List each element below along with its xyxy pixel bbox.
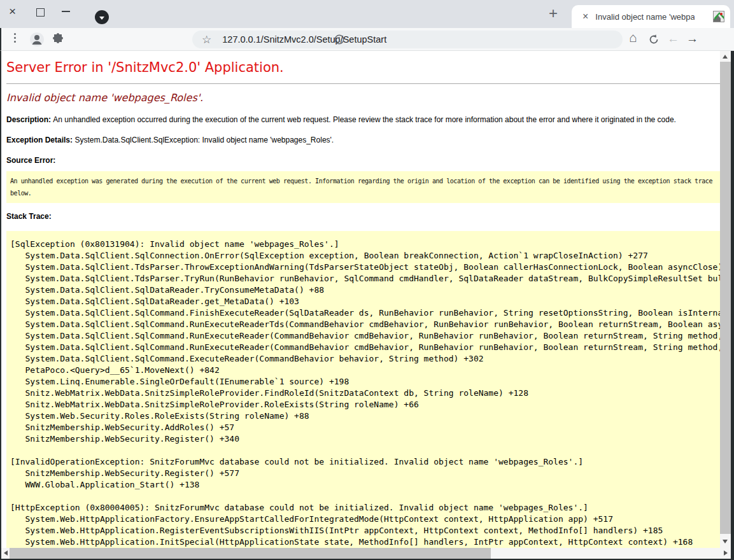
exception-details-line: Exception Details: System.Data.SqlClient…: [6, 136, 720, 144]
new-tab-button[interactable]: +: [549, 4, 558, 22]
divider: [6, 83, 720, 84]
browser-toolbar: ☆ 127.0.0.1/SnitzMvc2.0/Setup/SetupStart…: [0, 28, 734, 51]
window-edge: [731, 51, 734, 559]
source-error-label-line: Source Error:: [6, 156, 720, 165]
window-maximize-icon[interactable]: [36, 8, 45, 17]
scroll-right-arrow-icon[interactable]: [724, 550, 728, 556]
scroll-down-arrow-icon[interactable]: [723, 540, 728, 543]
stack-trace-box: [SqlException (0x80131904): Invalid obje…: [6, 231, 720, 560]
tab-close-icon[interactable]: ×: [582, 11, 588, 22]
error-page: Server Error in '/SnitzMvc2.0' Applicati…: [1, 51, 720, 560]
tab-title-fade: [696, 9, 710, 24]
source-error-label: Source Error:: [6, 156, 55, 165]
home-icon[interactable]: ⌂: [629, 31, 637, 44]
page-info-icon[interactable]: [334, 34, 344, 47]
scroll-up-arrow-icon[interactable]: [723, 55, 728, 59]
tab-title: Invalid object name 'webpages_R: [595, 12, 695, 22]
scroll-left-arrow-icon[interactable]: [4, 550, 8, 556]
horizontal-scrollbar[interactable]: [1, 548, 731, 559]
description-label: Description:: [6, 115, 53, 124]
profile-avatar-icon[interactable]: [29, 32, 45, 50]
vertical-scrollbar[interactable]: [720, 51, 731, 548]
source-error-box: An unhandled exception was generated dur…: [6, 171, 720, 203]
page-subtitle: Invalid object name 'webpages_Roles'.: [6, 92, 720, 104]
browser-window: × + × Invalid object name 'webpages_R: [0, 0, 734, 560]
extensions-puzzle-icon[interactable]: [52, 33, 64, 48]
stack-trace-label: Stack Trace:: [6, 212, 720, 221]
page-title: Server Error in '/SnitzMvc2.0' Applicati…: [6, 60, 720, 75]
tab-favicon-icon: [713, 11, 724, 22]
window-close-icon[interactable]: ×: [9, 5, 16, 17]
bookmark-star-icon[interactable]: ☆: [202, 34, 211, 45]
menu-kebab-icon[interactable]: [14, 33, 16, 45]
horizontal-scrollbar-thumb[interactable]: [10, 548, 491, 559]
vertical-scrollbar-thumb[interactable]: [720, 62, 731, 534]
tab-search-icon[interactable]: [95, 10, 109, 24]
exception-details-text: System.Data.SqlClient.SqlException: Inva…: [74, 136, 334, 144]
url-text[interactable]: 127.0.0.1/SnitzMvc2.0/Setup/SetupStart: [222, 34, 386, 45]
exception-details-label: Exception Details:: [6, 136, 74, 144]
reload-icon[interactable]: [648, 34, 660, 48]
back-icon[interactable]: ←: [667, 32, 679, 45]
description-text: An unhandled exception occurred during t…: [53, 115, 676, 124]
tab-strip: × + × Invalid object name 'webpages_R: [0, 0, 734, 28]
forward-icon[interactable]: →: [686, 32, 698, 45]
browser-tab[interactable]: × Invalid object name 'webpages_R: [572, 5, 730, 28]
page-viewport: Server Error in '/SnitzMvc2.0' Applicati…: [0, 51, 734, 560]
window-minimize-icon[interactable]: [62, 11, 70, 12]
address-bar[interactable]: ☆ 127.0.0.1/SnitzMvc2.0/Setup/SetupStart: [192, 31, 623, 48]
description-line: Description: An unhandled exception occu…: [6, 115, 720, 124]
